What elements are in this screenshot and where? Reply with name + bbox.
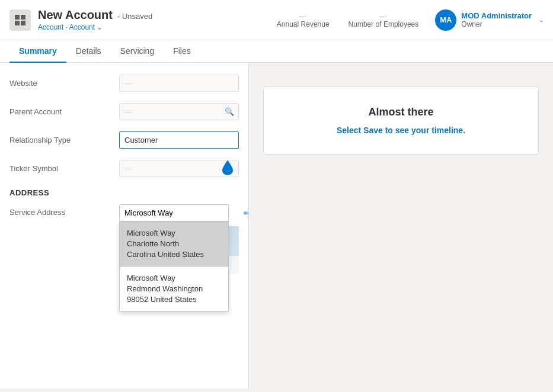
right-panel: Almost there Select Save to see your tim… [249, 63, 553, 388]
unsaved-label: - Unsaved [117, 12, 152, 21]
annual-revenue-field: --- Annual Revenue [277, 11, 330, 28]
drop-icon [221, 159, 234, 178]
breadcrumb-account[interactable]: Account [38, 23, 63, 31]
user-menu[interactable]: MA MOD Administrator Owner ⌄ [435, 9, 544, 31]
address-section-header: ADDRESS [9, 188, 239, 197]
relationship-type-row: Relationship Type [9, 129, 239, 150]
num-employees-field: --- Number of Employees [349, 11, 419, 28]
user-info: MOD Administrator Owner [461, 11, 532, 28]
num-employees-label: Number of Employees [349, 20, 419, 28]
form-panel: Website Parent Account 🔍 Relationship Ty… [0, 63, 249, 388]
tab-files[interactable]: Files [164, 40, 200, 63]
main-content: Website Parent Account 🔍 Relationship Ty… [0, 63, 553, 388]
address-suggestions-dropdown: Microsoft Way Charlotte North Carolina U… [119, 221, 229, 311]
num-employees-value: --- [349, 11, 419, 20]
parent-account-row: Parent Account 🔍 [9, 101, 239, 122]
breadcrumb-account2[interactable]: Account [69, 23, 95, 31]
svg-rect-2 [15, 21, 20, 25]
service-address-label: Service Address [9, 204, 119, 217]
user-name: MOD Administrator [461, 11, 532, 20]
chevron-down-icon: ⌄ [539, 17, 544, 23]
website-input[interactable] [119, 75, 239, 92]
avatar: MA [435, 9, 456, 31]
timeline-title: Almost there [278, 106, 524, 118]
ticker-symbol-row: Ticker Symbol [9, 158, 239, 179]
search-icon[interactable]: 🔍 [225, 107, 234, 116]
timeline-card: Almost there Select Save to see your tim… [263, 86, 539, 155]
app-icon [9, 9, 31, 31]
parent-account-field: 🔍 [119, 103, 239, 120]
svg-rect-0 [15, 15, 20, 20]
annual-revenue-label: Annual Revenue [277, 20, 330, 28]
svg-rect-3 [21, 21, 25, 25]
ticker-symbol-label: Ticker Symbol [9, 164, 119, 173]
relationship-type-input[interactable] [119, 131, 239, 149]
website-label: Website [9, 79, 119, 88]
user-role: Owner [461, 20, 532, 28]
tab-details[interactable]: Details [66, 40, 111, 63]
breadcrumb: Account · Account ⌄ [38, 23, 270, 31]
app-header: New Account - Unsaved Account · Account … [0, 0, 553, 40]
suggestion-item-2[interactable]: Microsoft Way Redmond Washington 98052 U… [120, 266, 228, 311]
relationship-type-label: Relationship Type [9, 136, 119, 144]
timeline-subtitle: Select Save to see your timeline. [278, 126, 524, 135]
parent-account-label: Parent Account [9, 107, 119, 116]
parent-account-input[interactable] [119, 103, 239, 120]
header-fields: --- Annual Revenue --- Number of Employe… [277, 11, 418, 28]
website-row: Website [9, 72, 239, 94]
service-address-input[interactable] [119, 204, 229, 221]
page-title: New Account [38, 8, 113, 22]
tab-servicing[interactable]: Servicing [111, 40, 164, 63]
svg-rect-1 [21, 15, 25, 20]
address-field-container: ✏ Microsoft Way Charlotte North Carolina… [119, 204, 239, 221]
nav-tabs: Summary Details Servicing Files [0, 40, 553, 63]
annual-revenue-value: --- [277, 11, 330, 20]
service-address-row: Service Address ✏ Microsoft Way Charlott… [9, 204, 239, 274]
tab-summary[interactable]: Summary [9, 40, 66, 63]
suggestion-item-1[interactable]: Microsoft Way Charlotte North Carolina U… [120, 222, 228, 266]
header-title-block: New Account - Unsaved Account · Account … [38, 8, 270, 31]
edit-icon[interactable]: ✏ [244, 208, 249, 218]
